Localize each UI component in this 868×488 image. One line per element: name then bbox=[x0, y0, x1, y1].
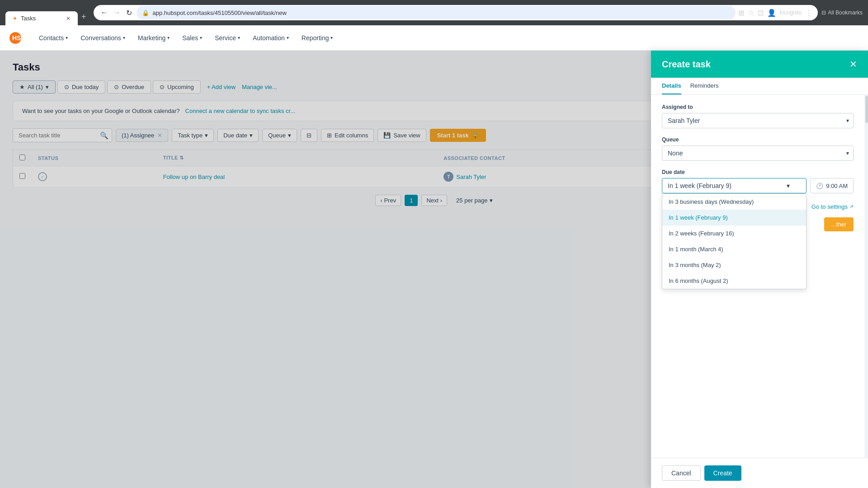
menu-icon[interactable]: ⋮ bbox=[805, 9, 812, 17]
contacts-chevron-icon: ▾ bbox=[66, 35, 68, 40]
queue-label: Queue bbox=[662, 136, 854, 143]
cancel-button[interactable]: Cancel bbox=[662, 465, 701, 481]
browser-chrome: ✦ Tasks ✕ + ← → ↻ 🔒 app.hubspot.com/task… bbox=[0, 0, 868, 25]
panel-scrollbar[interactable] bbox=[864, 95, 868, 458]
panel-close-button[interactable]: ✕ bbox=[849, 59, 857, 70]
assigned-to-select-wrap: Sarah Tyler ▾ bbox=[662, 113, 854, 128]
time-value: 9:00 AM bbox=[826, 183, 848, 189]
tab-title: Tasks bbox=[21, 15, 36, 22]
queue-select[interactable]: None bbox=[662, 145, 854, 161]
dropdown-option-6-months[interactable]: In 6 months (August 2) bbox=[662, 273, 806, 289]
tab-favicon: ✦ bbox=[13, 15, 17, 22]
tab-details[interactable]: Details bbox=[662, 78, 681, 94]
panel-body: Assigned to Sarah Tyler ▾ Queue None bbox=[651, 95, 864, 458]
url-bar[interactable]: 🔒 app.hubspot.com/tasks/45105500/view/al… bbox=[137, 6, 736, 19]
another-button[interactable]: ...ther bbox=[824, 217, 854, 231]
nav-reporting[interactable]: Reporting ▾ bbox=[295, 25, 340, 50]
automation-chevron-icon: ▾ bbox=[287, 35, 289, 40]
create-task-panel: Create task ✕ Details Reminders Assigned… bbox=[651, 51, 868, 488]
dropdown-option-2-weeks[interactable]: In 2 weeks (February 16) bbox=[662, 225, 806, 241]
forward-button[interactable]: → bbox=[112, 8, 123, 18]
nav-conversations[interactable]: Conversations ▾ bbox=[74, 25, 132, 50]
clock-icon: 🕐 bbox=[816, 183, 823, 189]
tab-close-icon[interactable]: ✕ bbox=[66, 15, 71, 22]
assigned-to-label: Assigned to bbox=[662, 104, 854, 110]
sales-chevron-icon: ▾ bbox=[200, 35, 202, 40]
nav-marketing[interactable]: Marketing ▾ bbox=[132, 25, 176, 50]
time-select-button[interactable]: 🕐 9:00 AM bbox=[810, 178, 854, 193]
tab-reminders[interactable]: Reminders bbox=[690, 78, 719, 94]
panel-header: Create task ✕ bbox=[651, 51, 868, 78]
bookmarks-label: All Bookmarks bbox=[828, 9, 863, 16]
back-button[interactable]: ← bbox=[99, 8, 110, 18]
bookmarks-icon: ⊟ bbox=[821, 9, 826, 16]
due-date-row: In 1 week (February 9) ▾ In 3 business d… bbox=[662, 178, 854, 193]
nav-buttons: ← → ↻ bbox=[99, 8, 134, 18]
panel-tab-bar: Details Reminders bbox=[651, 78, 868, 95]
panel-body-wrapper: Assigned to Sarah Tyler ▾ Queue None bbox=[651, 95, 868, 458]
top-navigation: Contacts ▾ Conversations ▾ Marketing ▾ S… bbox=[33, 25, 339, 50]
reload-button[interactable]: ↻ bbox=[124, 8, 134, 18]
url-text: app.hubspot.com/tasks/45105500/view/all/… bbox=[153, 9, 730, 16]
queue-group: Queue None ▾ bbox=[662, 136, 854, 161]
panel-title: Create task bbox=[662, 59, 711, 70]
browser-nav-bar: ← → ↻ 🔒 app.hubspot.com/tasks/45105500/v… bbox=[94, 5, 818, 20]
go-to-settings-link[interactable]: Go to settings ↗ bbox=[811, 203, 854, 210]
hubspot-topbar: HS Contacts ▾ Conversations ▾ Marketing … bbox=[0, 25, 868, 51]
browser-actions: ⊞ ☆ ⊡ 👤 Incognito ⋮ bbox=[738, 9, 813, 17]
nav-service[interactable]: Service ▾ bbox=[208, 25, 246, 50]
browser-tabs: ✦ Tasks ✕ + bbox=[5, 0, 90, 25]
conversations-chevron-icon: ▾ bbox=[123, 35, 125, 40]
dropdown-option-1-month[interactable]: In 1 month (March 4) bbox=[662, 241, 806, 257]
scrollbar-thumb bbox=[865, 96, 868, 123]
browser-tab-tasks[interactable]: ✦ Tasks ✕ bbox=[5, 11, 78, 25]
create-button[interactable]: Create bbox=[704, 465, 741, 481]
due-date-chevron-icon: ▾ bbox=[787, 182, 790, 189]
dropdown-option-3-business-days[interactable]: In 3 business days (Wednesday) bbox=[662, 194, 806, 210]
due-date-label: Due date bbox=[662, 169, 854, 175]
due-date-value: In 1 week (February 9) bbox=[668, 182, 731, 189]
nav-sales[interactable]: Sales ▾ bbox=[176, 25, 208, 50]
svg-text:HS: HS bbox=[12, 34, 21, 42]
extensions-icon[interactable]: ⊞ bbox=[738, 9, 744, 17]
nav-contacts[interactable]: Contacts ▾ bbox=[33, 25, 74, 50]
due-date-select-button[interactable]: In 1 week (February 9) ▾ bbox=[662, 178, 807, 193]
hubspot-logo[interactable]: HS bbox=[9, 32, 22, 44]
assigned-to-select[interactable]: Sarah Tyler bbox=[662, 113, 854, 128]
assigned-to-group: Assigned to Sarah Tyler ▾ bbox=[662, 104, 854, 128]
marketing-chevron-icon: ▾ bbox=[167, 35, 170, 40]
go-to-settings-label: Go to settings bbox=[811, 203, 848, 210]
main-content: Tasks ★ All (1) ▾ ⊙ Due today ⊙ Overdue … bbox=[0, 51, 868, 488]
new-tab-button[interactable]: + bbox=[78, 9, 90, 25]
dropdown-option-1-week[interactable]: In 1 week (February 9) bbox=[662, 210, 806, 225]
dropdown-scroll-area[interactable]: In 3 business days (Wednesday) In 1 week… bbox=[662, 194, 806, 289]
queue-select-wrap: None ▾ bbox=[662, 145, 854, 161]
star-icon[interactable]: ☆ bbox=[748, 9, 754, 17]
service-chevron-icon: ▾ bbox=[238, 35, 240, 40]
reporting-chevron-icon: ▾ bbox=[330, 35, 333, 40]
profile-icon[interactable]: 👤 bbox=[767, 9, 776, 17]
due-date-dropdown: In 3 business days (Wednesday) In 1 week… bbox=[662, 193, 807, 289]
nav-automation[interactable]: Automation ▾ bbox=[246, 25, 295, 50]
due-date-group: Due date In 1 week (February 9) ▾ bbox=[662, 169, 854, 193]
external-link-icon: ↗ bbox=[849, 204, 854, 210]
due-date-select-wrap: In 1 week (February 9) ▾ In 3 business d… bbox=[662, 178, 807, 193]
dropdown-option-3-months[interactable]: In 3 months (May 2) bbox=[662, 257, 806, 273]
incognito-label: Incognito bbox=[780, 9, 802, 16]
split-icon[interactable]: ⊡ bbox=[758, 9, 764, 17]
bookmarks-bar: ⊟ All Bookmarks bbox=[821, 9, 863, 16]
panel-footer: Cancel Create bbox=[651, 458, 868, 488]
